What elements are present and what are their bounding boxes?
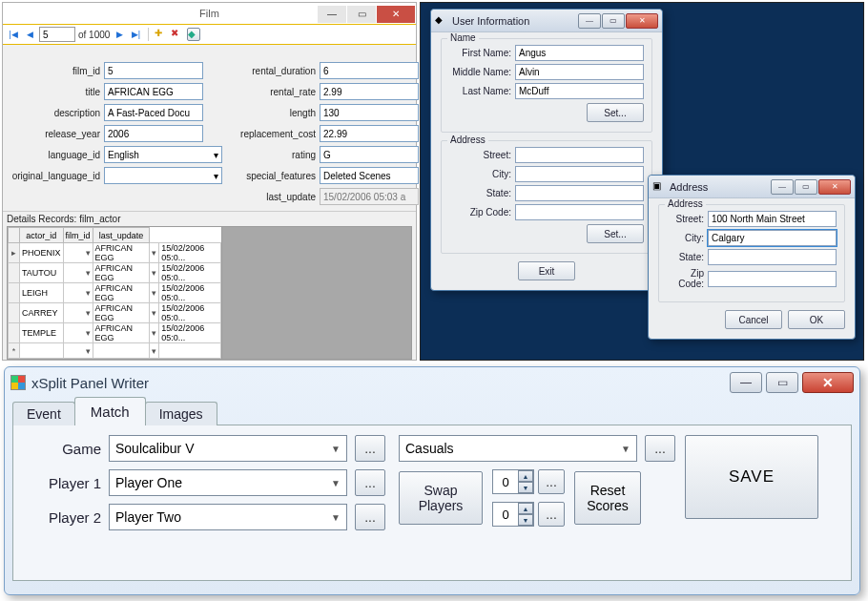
table-row[interactable]: TAUTOU▾AFRICAN EGG▾15/02/2006 05:0... (9, 263, 221, 283)
table-row[interactable]: CARREY▾AFRICAN EGG▾15/02/2006 05:0... (9, 303, 221, 323)
city-input[interactable] (515, 166, 644, 182)
last-name-label: Last Name: (449, 86, 511, 96)
nav-page-input[interactable] (39, 27, 75, 42)
desktop-area: ◆ User Information — ▭ ✕ Name First Name… (420, 2, 864, 361)
film-actor-grid[interactable]: actor_id film_id last_update ▸PHOENIX▾AF… (7, 226, 222, 360)
rental-rate-input[interactable] (320, 83, 419, 100)
maximize-button[interactable]: ▭ (766, 372, 798, 393)
release-year-input[interactable] (104, 125, 203, 142)
orig-lang-select[interactable]: ▾ (104, 167, 222, 184)
nav-save-icon[interactable]: ◆ (187, 28, 200, 41)
rental-duration-input[interactable] (320, 62, 419, 79)
user-info-title: User Information (452, 15, 578, 27)
length-input[interactable] (320, 104, 419, 121)
spinner-down-icon[interactable]: ▼ (518, 514, 533, 526)
col-last-update[interactable]: last_update (93, 228, 150, 243)
table-row[interactable]: TEMPLE▾AFRICAN EGG▾15/02/2006 05:0... (9, 323, 221, 343)
spinner-up-icon[interactable]: ▲ (518, 503, 533, 514)
player2-browse-button[interactable]: ... (355, 504, 385, 530)
street-input[interactable] (708, 211, 837, 227)
rating-input[interactable] (320, 146, 419, 163)
spinner-up-icon[interactable]: ▲ (518, 470, 533, 482)
close-button[interactable]: ✕ (818, 179, 851, 195)
title-label: title (9, 87, 100, 97)
chevron-down-icon: ▾ (214, 171, 218, 181)
address-titlebar[interactable]: ▣ Address — ▭ ✕ (649, 176, 855, 198)
address-set-button[interactable]: Set... (587, 224, 644, 243)
state-input[interactable] (515, 185, 644, 201)
match-panel: Game Soulcalibur V▼ ... Player 1 Player … (12, 425, 852, 581)
language-id-select[interactable]: English▾ (104, 146, 222, 163)
cancel-button[interactable]: Cancel (725, 310, 782, 329)
middle-name-input[interactable] (515, 64, 644, 80)
middle-name-label: Middle Name: (449, 67, 511, 77)
user-info-window: ◆ User Information — ▭ ✕ Name First Name… (430, 9, 663, 291)
close-button[interactable]: ✕ (626, 13, 658, 29)
reset-scores-button[interactable]: ResetScores (574, 471, 641, 525)
tab-match[interactable]: Match (74, 397, 146, 425)
table-row[interactable]: LEIGH▾AFRICAN EGG▾15/02/2006 05:0... (9, 283, 221, 303)
swap-players-button[interactable]: SwapPlayers (399, 471, 483, 525)
table-row-new[interactable]: *▾▾ (9, 343, 221, 359)
description-label: description (9, 108, 100, 118)
player1-combo[interactable]: Player One▼ (109, 469, 347, 496)
nav-first-icon[interactable]: |◀ (7, 28, 20, 41)
title-input[interactable] (104, 83, 203, 100)
game-browse-button[interactable]: ... (355, 435, 385, 462)
round-browse-button[interactable]: ... (645, 435, 675, 462)
game-combo[interactable]: Soulcalibur V▼ (109, 435, 347, 462)
record-navigator: |◀ ◀ of 1000 ▶ ▶| ✚ ✖ ◆ (3, 24, 416, 45)
city-input[interactable] (708, 230, 837, 246)
exit-button[interactable]: Exit (518, 261, 575, 280)
maximize-button[interactable]: ▭ (795, 179, 817, 195)
score1-input[interactable] (493, 471, 518, 492)
tab-event[interactable]: Event (12, 402, 75, 425)
film-id-input[interactable] (104, 62, 203, 79)
minimize-button[interactable]: — (730, 372, 762, 393)
film-titlebar[interactable]: Film — ▭ ✕ (3, 3, 416, 24)
table-row[interactable]: ▸PHOENIX▾AFRICAN EGG▾15/02/2006 05:0... (9, 243, 221, 263)
state-input[interactable] (708, 249, 837, 265)
special-features-input[interactable] (320, 167, 419, 184)
xsplit-titlebar[interactable]: xSplit Panel Writer — ▭ ✕ (5, 367, 859, 398)
score2-browse-button[interactable]: ... (538, 502, 565, 527)
description-input[interactable] (104, 104, 203, 121)
nav-delete-icon[interactable]: ✖ (171, 28, 184, 41)
minimize-button[interactable]: — (771, 179, 794, 195)
nav-prev-icon[interactable]: ◀ (23, 28, 36, 41)
xsplit-title: xSplit Panel Writer (31, 375, 730, 391)
name-set-button[interactable]: Set... (587, 103, 644, 122)
street-input[interactable] (515, 147, 644, 163)
maximize-button[interactable]: ▭ (602, 13, 625, 29)
round-combo[interactable]: Casuals▼ (399, 435, 637, 462)
nav-last-icon[interactable]: ▶| (129, 28, 142, 41)
release-year-label: release_year (9, 129, 100, 139)
replacement-cost-input[interactable] (320, 125, 419, 142)
ok-button[interactable]: OK (788, 310, 845, 329)
score1-spinner[interactable]: ▲▼ (492, 469, 534, 494)
player1-browse-button[interactable]: ... (355, 469, 385, 496)
col-film-id[interactable]: film_id (63, 228, 93, 243)
score2-spinner[interactable]: ▲▼ (492, 502, 534, 527)
save-button[interactable]: SAVE (685, 435, 818, 519)
zip-input[interactable] (515, 204, 644, 220)
chevron-down-icon: ▼ (331, 444, 341, 454)
score2-input[interactable] (493, 504, 518, 525)
address-legend: Address (665, 198, 706, 209)
last-name-input[interactable] (515, 83, 644, 99)
tabstrip: Event Match Images (5, 398, 859, 425)
film-window-title: Film (3, 8, 416, 19)
spinner-down-icon[interactable]: ▼ (518, 482, 533, 493)
user-info-titlebar[interactable]: ◆ User Information — ▭ ✕ (431, 10, 662, 32)
close-button[interactable]: ✕ (802, 372, 854, 393)
player2-combo[interactable]: Player Two▼ (109, 504, 347, 530)
first-name-input[interactable] (515, 45, 644, 61)
col-actor-id[interactable]: actor_id (20, 228, 64, 243)
tab-images[interactable]: Images (145, 402, 217, 425)
street-label: Street: (449, 150, 511, 160)
nav-next-icon[interactable]: ▶ (113, 28, 126, 41)
nav-add-icon[interactable]: ✚ (155, 28, 168, 41)
zip-input[interactable] (708, 271, 837, 287)
minimize-button[interactable]: — (578, 13, 601, 29)
score1-browse-button[interactable]: ... (538, 469, 565, 494)
